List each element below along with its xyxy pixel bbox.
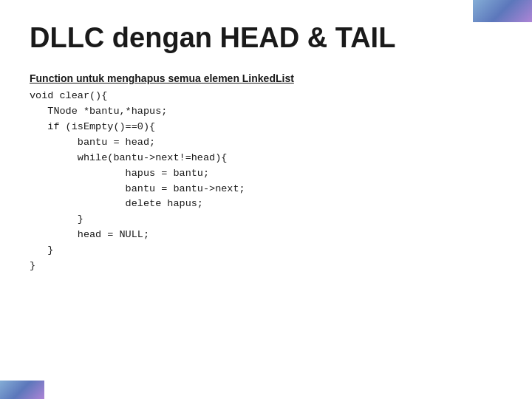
corner-decoration-bottom-left (0, 381, 44, 399)
slide-title: DLLC dengan HEAD & TAIL (30, 22, 502, 54)
page-content: DLLC dengan HEAD & TAIL Function untuk m… (0, 0, 532, 296)
section-heading: Function untuk menghapus semua elemen Li… (30, 72, 502, 84)
code-block: void clear(){ TNode *bantu,*hapus; if (i… (30, 89, 502, 274)
